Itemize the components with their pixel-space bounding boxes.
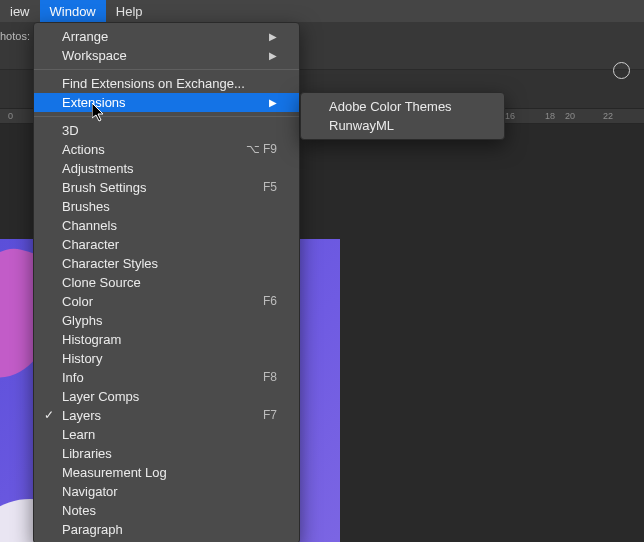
menu-item-character-styles[interactable]: Character Styles bbox=[34, 254, 299, 273]
menu-item-libraries[interactable]: Libraries bbox=[34, 444, 299, 463]
ruler-tick: 20 bbox=[565, 111, 575, 121]
window-menu: Arrange ▶ Workspace ▶ Find Extensions on… bbox=[33, 22, 300, 542]
menu-item-label: Find Extensions on Exchange... bbox=[62, 74, 245, 93]
menu-item-label: Learn bbox=[62, 425, 95, 444]
search-icon[interactable] bbox=[613, 62, 630, 79]
menu-item-shortcut: ⌥ F9 bbox=[246, 140, 277, 159]
menu-item-label: Adobe Color Themes bbox=[329, 97, 452, 116]
menu-item-label: Glyphs bbox=[62, 311, 102, 330]
menu-item-label: Notes bbox=[62, 501, 96, 520]
menubar: iew Window Help bbox=[0, 0, 644, 22]
menu-item-channels[interactable]: Channels bbox=[34, 216, 299, 235]
menu-item-label: Actions bbox=[62, 140, 105, 159]
menu-item-label: Info bbox=[62, 368, 84, 387]
ruler-tick: 22 bbox=[603, 111, 613, 121]
menu-item-layers[interactable]: ✓ Layers F7 bbox=[34, 406, 299, 425]
menu-item-3d[interactable]: 3D bbox=[34, 121, 299, 140]
menu-item-brush-settings[interactable]: Brush Settings F5 bbox=[34, 178, 299, 197]
menu-item-label: 3D bbox=[62, 121, 79, 140]
menu-item-histogram[interactable]: Histogram bbox=[34, 330, 299, 349]
menu-item-label: Character bbox=[62, 235, 119, 254]
menu-item-find-extensions[interactable]: Find Extensions on Exchange... bbox=[34, 74, 299, 93]
menu-item-label: Extensions bbox=[62, 93, 126, 112]
menu-item-label: Clone Source bbox=[62, 273, 141, 292]
options-bar-fragment: hotos: bbox=[0, 30, 30, 42]
menu-item-brushes[interactable]: Brushes bbox=[34, 197, 299, 216]
menu-item-label: Layers bbox=[62, 406, 101, 425]
menu-item-label: Measurement Log bbox=[62, 463, 167, 482]
menu-item-label: Workspace bbox=[62, 46, 127, 65]
menu-item-learn[interactable]: Learn bbox=[34, 425, 299, 444]
ruler-tick: 0 bbox=[8, 111, 13, 121]
menu-item-shortcut: F5 bbox=[263, 178, 277, 197]
menu-item-glyphs[interactable]: Glyphs bbox=[34, 311, 299, 330]
submenu-item-runwayml[interactable]: RunwayML bbox=[301, 116, 504, 135]
menu-item-label: Brushes bbox=[62, 197, 110, 216]
menu-item-label: Histogram bbox=[62, 330, 121, 349]
menu-item-adjustments[interactable]: Adjustments bbox=[34, 159, 299, 178]
menu-item-color[interactable]: Color F6 bbox=[34, 292, 299, 311]
menu-item-info[interactable]: Info F8 bbox=[34, 368, 299, 387]
menu-item-extensions[interactable]: Extensions ▶ bbox=[34, 93, 299, 112]
menu-item-clone-source[interactable]: Clone Source bbox=[34, 273, 299, 292]
menu-item-label: Character Styles bbox=[62, 254, 158, 273]
ruler-tick: 18 bbox=[545, 111, 555, 121]
menu-item-label: History bbox=[62, 349, 102, 368]
menu-item-layer-comps[interactable]: Layer Comps bbox=[34, 387, 299, 406]
menu-item-history[interactable]: History bbox=[34, 349, 299, 368]
menu-item-label: Navigator bbox=[62, 482, 118, 501]
menu-separator bbox=[34, 69, 299, 70]
menu-item-notes[interactable]: Notes bbox=[34, 501, 299, 520]
extensions-submenu: Adobe Color Themes RunwayML bbox=[300, 92, 505, 140]
menu-item-shortcut: F7 bbox=[263, 406, 277, 425]
menu-item-paragraph[interactable]: Paragraph bbox=[34, 520, 299, 539]
ruler-tick: 16 bbox=[505, 111, 515, 121]
menu-item-shortcut: F8 bbox=[263, 368, 277, 387]
check-icon: ✓ bbox=[44, 406, 54, 425]
menu-item-label: Layer Comps bbox=[62, 387, 139, 406]
menubar-item-help[interactable]: Help bbox=[106, 0, 153, 22]
menu-item-label: Channels bbox=[62, 216, 117, 235]
menu-item-label: RunwayML bbox=[329, 116, 394, 135]
menu-item-label: Adjustments bbox=[62, 159, 134, 178]
menu-item-label: Color bbox=[62, 292, 93, 311]
menu-item-label: Brush Settings bbox=[62, 178, 147, 197]
submenu-arrow-icon: ▶ bbox=[269, 93, 277, 112]
menu-item-label: Libraries bbox=[62, 444, 112, 463]
menubar-item-window[interactable]: Window bbox=[40, 0, 106, 22]
menu-item-label: Paragraph bbox=[62, 520, 123, 539]
menu-item-measurement-log[interactable]: Measurement Log bbox=[34, 463, 299, 482]
menu-item-arrange[interactable]: Arrange ▶ bbox=[34, 27, 299, 46]
menu-separator bbox=[34, 116, 299, 117]
menu-item-navigator[interactable]: Navigator bbox=[34, 482, 299, 501]
submenu-arrow-icon: ▶ bbox=[269, 46, 277, 65]
menu-item-workspace[interactable]: Workspace ▶ bbox=[34, 46, 299, 65]
menu-item-character[interactable]: Character bbox=[34, 235, 299, 254]
menubar-item-view[interactable]: iew bbox=[0, 0, 40, 22]
menu-item-label: Arrange bbox=[62, 27, 108, 46]
submenu-item-adobe-color-themes[interactable]: Adobe Color Themes bbox=[301, 97, 504, 116]
menu-item-actions[interactable]: Actions ⌥ F9 bbox=[34, 140, 299, 159]
menu-item-shortcut: F6 bbox=[263, 292, 277, 311]
submenu-arrow-icon: ▶ bbox=[269, 27, 277, 46]
